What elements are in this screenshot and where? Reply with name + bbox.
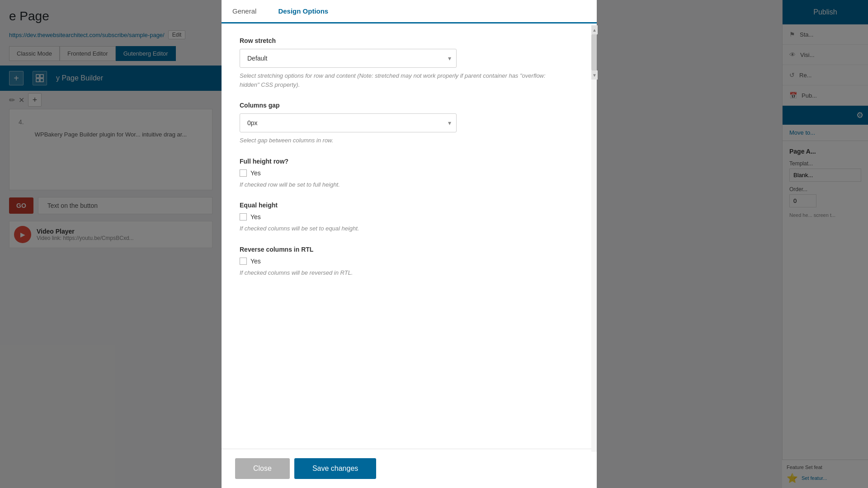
reverse-rtl-yes-label: Yes [250,258,261,265]
modal-body: Row stretch Default Stretch row Stretch … [222,23,597,449]
full-height-group: Full height row? Yes If checked row will… [240,158,579,189]
tab-general[interactable]: General [222,0,267,23]
columns-gap-select[interactable]: 0px 5px 10px 15px 20px 35px [240,113,457,132]
columns-gap-label: Columns gap [240,102,579,109]
full-height-hint: If checked row will be set to full heigh… [240,180,556,189]
reverse-rtl-label: Reverse columns in RTL [240,246,579,253]
row-stretch-select-wrapper: Default Stretch row Stretch row and cont… [240,49,457,68]
row-stretch-hint: Select stretching options for row and co… [240,71,556,89]
scrollbar-thumb[interactable] [591,34,597,70]
equal-height-label: Equal height [240,202,579,209]
modal-footer: Close Save changes [222,449,597,488]
modal-tabs: General Design Options [222,0,597,23]
tab-design-options[interactable]: Design Options [267,0,339,23]
reverse-rtl-checkbox[interactable] [240,258,247,265]
equal-height-group: Equal height Yes If checked columns will… [240,202,579,233]
columns-gap-hint: Select gap between columns in row. [240,136,556,145]
save-changes-button[interactable]: Save changes [294,458,376,479]
full-height-label: Full height row? [240,158,579,165]
row-stretch-select[interactable]: Default Stretch row Stretch row and cont… [240,49,457,68]
reverse-rtl-hint: If checked columns will be reversed in R… [240,268,556,277]
full-height-checkbox[interactable] [240,169,247,177]
equal-height-hint: If checked columns will be set to equal … [240,224,556,233]
row-stretch-group: Row stretch Default Stretch row Stretch … [240,37,579,89]
close-button[interactable]: Close [235,458,290,479]
columns-gap-select-wrapper: 0px 5px 10px 15px 20px 35px ▾ [240,113,457,132]
equal-height-yes-label: Yes [250,213,261,221]
modal-scrollbar[interactable]: ▲ ▼ [591,25,597,452]
equal-height-checkbox[interactable] [240,213,247,221]
equal-height-checkbox-row: Yes [240,213,579,221]
scroll-up-button[interactable]: ▲ [591,25,598,34]
columns-gap-group: Columns gap 0px 5px 10px 15px 20px 35px … [240,102,579,145]
row-settings-modal: General Design Options ▲ ▼ Row stretch D… [222,0,597,488]
reverse-rtl-checkbox-row: Yes [240,258,579,265]
row-stretch-label: Row stretch [240,37,579,44]
scroll-down-button[interactable]: ▼ [591,70,598,80]
full-height-checkbox-row: Yes [240,169,579,177]
reverse-rtl-group: Reverse columns in RTL Yes If checked co… [240,246,579,277]
full-height-yes-label: Yes [250,169,261,177]
